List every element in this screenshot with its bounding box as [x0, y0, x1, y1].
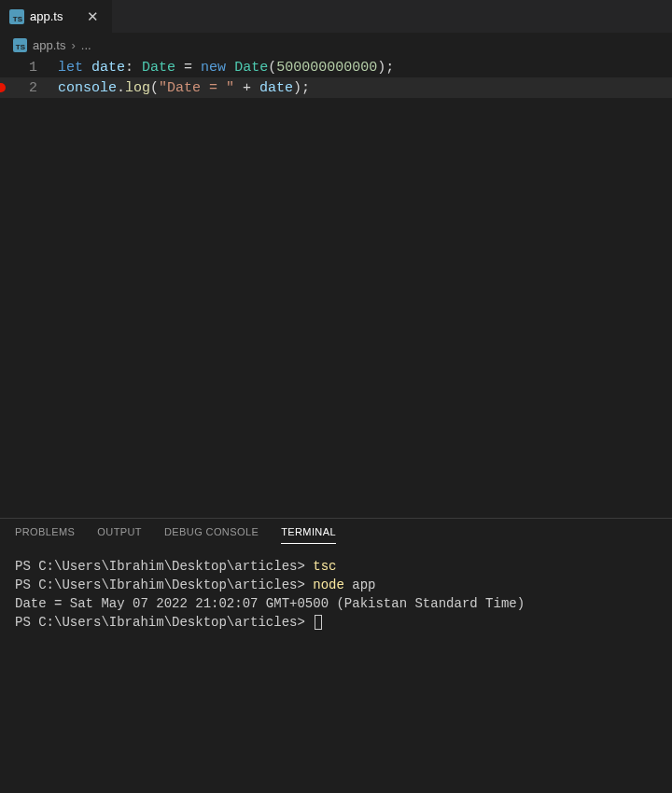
terminal-line: PS C:\Users\Ibrahim\Desktop\articles> no… [15, 576, 657, 594]
code-editor[interactable]: 1 let date: Date = new Date(500000000000… [0, 57, 672, 518]
tab-output[interactable]: OUTPUT [97, 526, 142, 544]
code-line: 2 console.log("Date = " + date); [0, 77, 672, 98]
breakpoint-icon[interactable] [0, 83, 6, 92]
code-line: 1 let date: Date = new Date(500000000000… [0, 57, 672, 77]
tab-terminal[interactable]: TERMINAL [281, 526, 336, 544]
code-content: console.log("Date = " + date); [58, 80, 310, 96]
typescript-icon: TS [9, 9, 24, 24]
breadcrumb[interactable]: TS app.ts › ... [0, 33, 672, 57]
line-number: 2 [0, 80, 58, 96]
panel-tabs: PROBLEMS OUTPUT DEBUG CONSOLE TERMINAL [0, 519, 672, 550]
tab-filename: app.ts [30, 9, 63, 23]
breadcrumb-filename: app.ts [33, 38, 65, 52]
terminal-line: PS C:\Users\Ibrahim\Desktop\articles> [15, 613, 657, 632]
tab-debug-console[interactable]: DEBUG CONSOLE [164, 526, 259, 544]
chevron-right-icon: › [71, 38, 75, 52]
tab-bar: TS app.ts ✕ [0, 0, 672, 33]
code-content: let date: Date = new Date(500000000000); [58, 60, 394, 76]
terminal-line: Date = Sat May 07 2022 21:02:07 GMT+0500… [15, 594, 657, 613]
cursor-icon [315, 615, 322, 630]
tab-problems[interactable]: PROBLEMS [15, 526, 75, 544]
bottom-panel: PROBLEMS OUTPUT DEBUG CONSOLE TERMINAL P… [0, 518, 672, 793]
terminal-line: PS C:\Users\Ibrahim\Desktop\articles> ts… [15, 557, 657, 576]
terminal[interactable]: PS C:\Users\Ibrahim\Desktop\articles> ts… [0, 550, 672, 793]
breadcrumb-rest: ... [81, 38, 91, 52]
editor-tab[interactable]: TS app.ts ✕ [0, 0, 112, 33]
line-number: 1 [0, 60, 58, 76]
typescript-icon: TS [13, 38, 27, 52]
close-icon[interactable]: ✕ [83, 7, 103, 27]
